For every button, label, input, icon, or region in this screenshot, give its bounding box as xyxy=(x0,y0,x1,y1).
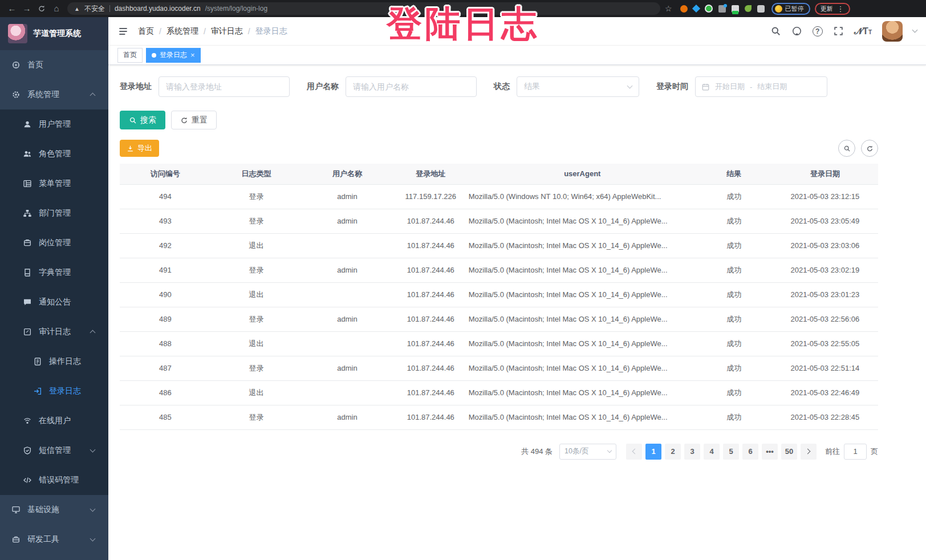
table-cell: 2021-05-03 23:12:15 xyxy=(772,184,878,209)
sidebar-item-dev-tool[interactable]: 研发工具 xyxy=(0,525,108,554)
sidebar-item-sms[interactable]: 短信管理 xyxy=(0,436,108,465)
fullscreen-icon[interactable] xyxy=(833,26,844,36)
sidebar-item-post[interactable]: 岗位管理 xyxy=(0,228,108,258)
pager-page-3[interactable]: 3 xyxy=(684,444,700,460)
shield-icon xyxy=(23,446,32,455)
code-icon xyxy=(23,476,32,485)
sidebar-item-role[interactable]: 角色管理 xyxy=(0,139,108,169)
sidebar-item-login-log[interactable]: 登录日志 xyxy=(0,376,108,406)
table-cell: Mozilla/5.0 (Windows NT 10.0; Win64; x64… xyxy=(469,184,696,209)
table-cell: 2021-05-03 23:05:49 xyxy=(772,209,878,233)
extensions-puzzle-icon[interactable] xyxy=(757,5,765,13)
browser-back-icon[interactable]: ← xyxy=(5,0,19,17)
browser-menu-icon[interactable]: ⋮ xyxy=(837,5,844,13)
extension-icon[interactable] xyxy=(732,5,739,13)
table-cell: Mozilla/5.0 (Macintosh; Intel Mac OS X 1… xyxy=(469,405,696,429)
pager-page-4[interactable]: 4 xyxy=(704,444,720,460)
sidebar-item-online-user[interactable]: 在线用户 xyxy=(0,406,108,436)
sidebar-logo[interactable]: 芋道管理系统 xyxy=(0,17,108,50)
table-cell: 成功 xyxy=(696,209,772,233)
table-cell: Mozilla/5.0 (Macintosh; Intel Mac OS X 1… xyxy=(469,356,696,380)
paused-badge[interactable]: 已暂停 xyxy=(771,3,810,15)
sidebar-item-system[interactable]: 系统管理 xyxy=(0,80,108,109)
sidebar-item-label: 在线用户 xyxy=(39,416,71,426)
goto-page-input[interactable] xyxy=(844,444,867,460)
pager-page-6[interactable]: 6 xyxy=(742,444,758,460)
avatar-caret-icon[interactable] xyxy=(912,27,918,33)
reset-button[interactable]: 重置 xyxy=(171,111,217,129)
browser-home-icon[interactable]: ⌂ xyxy=(49,0,64,17)
toggle-search-button[interactable] xyxy=(838,140,855,157)
tag-home[interactable]: 首页 xyxy=(117,48,143,63)
active-dot-icon xyxy=(152,53,156,58)
table-cell xyxy=(302,282,393,307)
sidebar-item-notice[interactable]: 通知公告 xyxy=(0,287,108,317)
breadcrumb-item[interactable]: 首页 xyxy=(138,26,154,36)
pager-ellipsis[interactable]: ••• xyxy=(762,444,778,460)
page-size-select[interactable]: 10条/页 xyxy=(559,444,616,460)
breadcrumb-item[interactable]: 系统管理 xyxy=(166,26,198,36)
extension-icon[interactable] xyxy=(692,5,700,13)
extension-icon[interactable] xyxy=(705,5,713,13)
table-cell: admin xyxy=(302,209,393,233)
export-button[interactable]: 导出 xyxy=(120,140,159,157)
font-size-icon[interactable]: 𝓝TT xyxy=(854,26,872,36)
sidebar-item-dept[interactable]: 部门管理 xyxy=(0,198,108,228)
sidebar-item-label: 系统管理 xyxy=(27,90,59,100)
pager-page-2[interactable]: 2 xyxy=(665,444,681,460)
table-cell: 成功 xyxy=(696,184,772,209)
sidebar-item-infra[interactable]: 基础设施 xyxy=(0,495,108,525)
pager-page-5[interactable]: 5 xyxy=(723,444,739,460)
column-header: 登录日期 xyxy=(772,164,878,184)
address-bar[interactable]: ▲ 不安全 dashboard.yudao.iocoder.cn/system/… xyxy=(67,2,660,15)
table-cell: 492 xyxy=(120,233,211,258)
github-icon[interactable] xyxy=(791,26,802,36)
table-cell: 490 xyxy=(120,282,211,307)
extension-icon[interactable] xyxy=(680,5,688,13)
date-range-picker[interactable]: 开始日期 - 结束日期 xyxy=(695,76,827,97)
user-avatar[interactable] xyxy=(882,21,903,42)
browser-reload-icon[interactable] xyxy=(34,0,49,17)
header-search-icon[interactable] xyxy=(770,26,781,36)
refresh-table-button[interactable] xyxy=(861,140,878,157)
prev-page-button[interactable] xyxy=(626,444,642,460)
sidebar-item-user[interactable]: 用户管理 xyxy=(0,109,108,139)
table-row: 487登录admin101.87.244.46Mozilla/5.0 (Maci… xyxy=(120,356,878,380)
address-input[interactable] xyxy=(159,76,290,97)
username-label: 用户名称 xyxy=(307,82,339,92)
browser-update-button[interactable]: 更新 ⋮ xyxy=(815,3,850,15)
table-cell: 485 xyxy=(120,405,211,429)
tag-login-log[interactable]: 登录日志 × xyxy=(146,48,201,63)
status-select[interactable]: 结果 xyxy=(517,76,639,97)
sidebar-item-menu[interactable]: 菜单管理 xyxy=(0,169,108,198)
not-secure-label: 不安全 xyxy=(84,4,105,14)
extension-icon[interactable] xyxy=(745,5,752,12)
pager-page-50[interactable]: 50 xyxy=(781,444,797,460)
sidebar-item-dict[interactable]: 字典管理 xyxy=(0,258,108,287)
table-cell: admin xyxy=(302,405,393,429)
sidebar-item-error-code[interactable]: 错误码管理 xyxy=(0,465,108,495)
pager-page-1[interactable]: 1 xyxy=(645,444,661,460)
bookmark-star-icon[interactable]: ☆ xyxy=(665,4,672,13)
page-content: 登录地址 用户名称 状态 结果 登录时间 开始日期 - 结束日期 xyxy=(108,65,926,560)
sidebar-item-home[interactable]: 首页 xyxy=(0,50,108,80)
next-page-button[interactable] xyxy=(801,444,817,460)
table-cell: 488 xyxy=(120,331,211,356)
search-button[interactable]: 搜索 xyxy=(120,111,165,129)
hamburger-icon[interactable] xyxy=(117,26,129,37)
chevron-down-icon xyxy=(627,83,633,89)
username-input[interactable] xyxy=(346,76,477,97)
sidebar-item-label: 基础设施 xyxy=(27,505,59,515)
goto-label: 前往 xyxy=(825,447,840,457)
extension-icon[interactable] xyxy=(718,5,726,13)
sidebar-item-audit-log[interactable]: 审计日志 xyxy=(0,317,108,347)
extensions-row xyxy=(680,5,765,13)
browser-forward-icon[interactable]: → xyxy=(19,0,34,17)
sidebar-item-operate-log[interactable]: 操作日志 xyxy=(0,347,108,376)
breadcrumb-item[interactable]: 审计日志 xyxy=(211,26,243,36)
tag-close-icon[interactable]: × xyxy=(190,51,195,59)
help-icon[interactable]: ? xyxy=(813,26,823,36)
table-row: 490退出101.87.244.46Mozilla/5.0 (Macintosh… xyxy=(120,282,878,307)
tree-icon xyxy=(23,209,32,218)
download-icon xyxy=(127,145,134,152)
